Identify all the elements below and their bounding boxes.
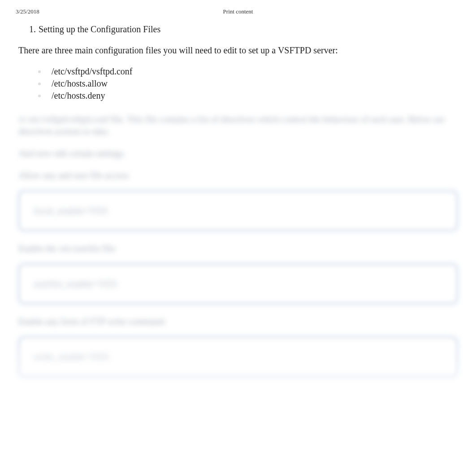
file-path: /etc/hosts.deny bbox=[52, 90, 105, 102]
bullet-icon bbox=[38, 82, 41, 85]
intro-paragraph: There are three main configuration files… bbox=[18, 45, 460, 56]
blurred-content: vi /etc/vsftpd/vsftpd.conf file. This fi… bbox=[16, 113, 460, 380]
code-content: userlist_enable=YES bbox=[34, 278, 117, 289]
code-block: userlist_enable=YES bbox=[16, 261, 460, 307]
section-heading: 1. Setting up the Configuration Files bbox=[29, 24, 460, 35]
document-content: 1. Setting up the Configuration Files Th… bbox=[0, 15, 476, 380]
file-path: /etc/hosts.allow bbox=[52, 78, 108, 90]
code-content: write_enable=YES bbox=[34, 351, 109, 362]
header-date: 3/25/2018 bbox=[16, 8, 39, 15]
config-file-list: /etc/vsftpd/vsftpd.conf /etc/hosts.allow… bbox=[29, 65, 460, 102]
code-content: local_enable=YES bbox=[34, 205, 108, 216]
code-block-inner: write_enable=YES bbox=[19, 338, 457, 376]
section-number: 1. bbox=[29, 24, 36, 35]
list-item: /etc/hosts.deny bbox=[29, 90, 460, 102]
code-block-inner: local_enable=YES bbox=[19, 191, 457, 230]
bullet-icon bbox=[38, 95, 41, 97]
blurred-text: Enable the /etc/userlist file: bbox=[18, 243, 460, 255]
code-block: write_enable=YES bbox=[16, 334, 460, 380]
list-item: /etc/vsftpd/vsftpd.conf bbox=[29, 65, 460, 78]
header-title: Print content bbox=[223, 8, 253, 15]
file-path: /etc/vsftpd/vsftpd.conf bbox=[52, 65, 133, 78]
blurred-text: And now edit certain settings. bbox=[18, 147, 460, 160]
blurred-text: vi /etc/vsftpd/vsftpd.conf file. This fi… bbox=[18, 113, 460, 138]
section-title: Setting up the Configuration Files bbox=[39, 24, 160, 35]
bullet-icon bbox=[38, 70, 41, 73]
code-block: local_enable=YES bbox=[16, 188, 460, 234]
list-item: /etc/hosts.allow bbox=[29, 78, 460, 90]
page-header: 3/25/2018 Print content bbox=[0, 0, 476, 15]
blurred-text: Enable any form of FTP write command: bbox=[18, 316, 460, 328]
code-block-inner: userlist_enable=YES bbox=[19, 265, 457, 303]
blurred-text: Allow any and user file access: bbox=[18, 169, 460, 182]
